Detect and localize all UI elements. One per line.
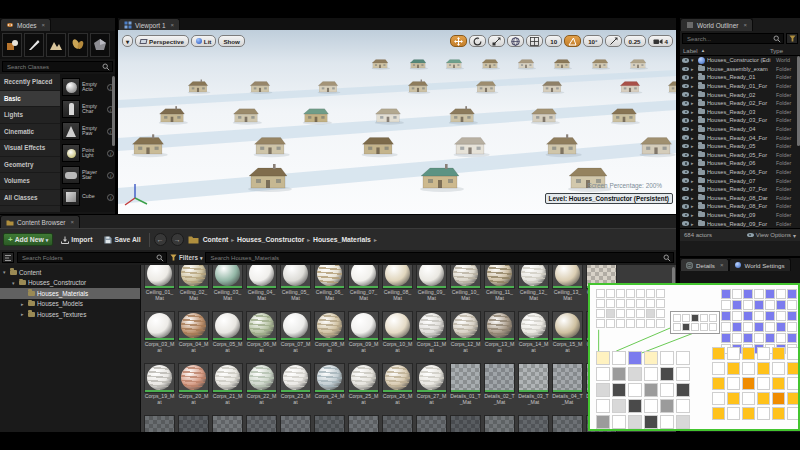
asset-tile-ceiling_06_mat[interactable]: Ceiling_06_Mat <box>314 265 345 301</box>
asset-tile[interactable] <box>348 415 379 432</box>
filters-button[interactable]: Filters ▾ <box>170 254 202 261</box>
category-basic[interactable]: Basic <box>0 91 60 108</box>
asset-tile-ceiling_08_mat[interactable]: Ceiling_08_Mat <box>382 265 413 301</box>
grid-snap-value-button[interactable]: 10 <box>545 35 562 47</box>
category-visual-effects[interactable]: Visual Effects <box>0 140 60 157</box>
expand-caret-icon[interactable]: ▸ <box>21 311 26 317</box>
visibility-eye-icon[interactable] <box>682 84 689 89</box>
house-mesh[interactable] <box>362 138 398 158</box>
visibility-eye-icon[interactable] <box>682 178 689 183</box>
modes-items-scrollbar[interactable] <box>112 76 115 146</box>
camera-speed-button[interactable]: 4 <box>648 35 673 47</box>
breadcrumb-houses_constructor[interactable]: Houses_Constructor <box>237 236 304 243</box>
tab-details[interactable]: Details × <box>680 258 729 271</box>
expand-caret-icon[interactable]: ▸ <box>691 186 696 192</box>
visibility-eye-icon[interactable] <box>682 110 689 115</box>
scale-snap-value-button[interactable]: 0.25 <box>624 35 646 47</box>
house-mesh[interactable] <box>372 60 390 70</box>
place-item-empty-acto[interactable]: Empty Actoi <box>62 76 114 98</box>
tab-world-settings[interactable]: World Settings <box>729 258 790 271</box>
visibility-eye-icon[interactable] <box>682 75 689 80</box>
visibility-eye-icon[interactable] <box>682 204 689 209</box>
info-icon[interactable]: i <box>107 150 114 157</box>
outliner-row[interactable]: ▸Houses_Ready_04_ForFolder <box>680 133 800 142</box>
asset-tile-corps_19_mat[interactable]: Corps_19_Mat <box>144 363 175 405</box>
sources-panel-toggle[interactable] <box>2 252 14 263</box>
category-recently-placed[interactable]: Recently Placed <box>0 74 60 91</box>
expand-caret-icon[interactable]: ▸ <box>691 117 696 123</box>
tab-world-outliner[interactable]: World Outliner × <box>680 18 753 31</box>
tree-item-content[interactable]: ▾Content <box>0 267 140 278</box>
search-assets-input[interactable] <box>208 254 663 262</box>
expand-caret-icon[interactable]: ▸ <box>691 221 696 227</box>
house-mesh[interactable] <box>546 134 582 157</box>
asset-tile-ceiling_11_mat[interactable]: Ceiling_11_Mat <box>484 265 515 301</box>
details-tab-close-icon[interactable]: × <box>720 262 724 268</box>
paint-mode-button[interactable] <box>24 33 44 57</box>
save-all-button[interactable]: Save All <box>100 234 144 246</box>
asset-tile-details_02_t_mat[interactable]: Details_02_T_Mat <box>484 363 515 405</box>
geometry-mode-button[interactable] <box>90 33 110 57</box>
asset-tile-details_04_t_mat[interactable]: Details_04_T_Mat <box>552 363 583 405</box>
tree-item-houses_constructor[interactable]: ▾Houses_Constructor <box>0 278 140 289</box>
expand-caret-icon[interactable]: ▸ <box>691 212 696 218</box>
asset-tile-corps_04_mat[interactable]: Corps_04_Mat <box>178 311 209 353</box>
expand-caret-icon[interactable]: ▸ <box>691 74 696 80</box>
landscape-mode-button[interactable] <box>46 33 66 57</box>
category-cinematic[interactable]: Cinematic <box>0 124 60 141</box>
house-mesh[interactable] <box>518 60 536 70</box>
outliner-row[interactable]: ▸Houses_Ready_01_ForFolder <box>680 82 800 91</box>
visibility-eye-icon[interactable] <box>682 196 689 201</box>
asset-tile[interactable] <box>484 415 515 432</box>
info-icon[interactable]: i <box>107 194 114 201</box>
house-mesh[interactable] <box>375 109 404 125</box>
asset-tile-ceiling_02_mat[interactable]: Ceiling_02_Mat <box>178 265 209 301</box>
house-mesh[interactable] <box>446 60 464 70</box>
place-item-point-light[interactable]: Point Lighti <box>62 142 114 164</box>
view-options-button[interactable]: View Options ▾ <box>747 232 796 239</box>
asset-tile[interactable] <box>144 415 175 432</box>
place-mode-button[interactable] <box>2 33 22 57</box>
asset-tile-corps_05_mat[interactable]: Corps_05_Mat <box>212 311 243 353</box>
house-mesh[interactable] <box>554 60 572 70</box>
asset-tile-corps_14_mat[interactable]: Corps_14_Mat <box>518 311 549 353</box>
outliner-column-header[interactable]: Label ▲ Type <box>680 46 800 56</box>
asset-tile-corps_20_mat[interactable]: Corps_20_Mat <box>178 363 209 405</box>
add-new-button[interactable]: + Add New ▾ <box>3 233 53 246</box>
asset-tile-ceiling_09_mat[interactable]: Ceiling_09_Mat <box>416 265 447 301</box>
expand-caret-icon[interactable]: ▸ <box>691 66 696 72</box>
expand-caret-icon[interactable]: ▸ <box>691 100 696 106</box>
outliner-row[interactable]: ▸Houses_Ready_03_ForFolder <box>680 116 800 125</box>
house-mesh[interactable] <box>188 80 211 95</box>
rotate-tool-button[interactable] <box>469 35 486 47</box>
viewport-scene[interactable]: ▾ Perspective Lit Show 10 10° 0.25 4 Scr… <box>118 30 676 214</box>
perspective-button[interactable]: Perspective <box>135 35 189 47</box>
asset-tile-corps_22_mat[interactable]: Corps_22_Mat <box>246 363 277 405</box>
viewport-options-button[interactable]: ▾ <box>122 35 133 47</box>
back-button[interactable]: ← <box>154 233 167 246</box>
expand-caret-icon[interactable]: ▾ <box>3 269 8 275</box>
expand-caret-icon[interactable]: ▸ <box>691 195 696 201</box>
show-button[interactable]: Show <box>218 35 245 47</box>
forward-button[interactable]: → <box>171 233 184 246</box>
expand-caret-icon[interactable]: ▸ <box>691 109 696 115</box>
asset-tile[interactable] <box>178 415 209 432</box>
house-mesh[interactable] <box>620 82 643 94</box>
tab-modes[interactable]: Modes × <box>0 18 51 31</box>
house-mesh[interactable] <box>254 138 290 158</box>
visibility-eye-icon[interactable] <box>682 221 689 226</box>
outliner-filter-button[interactable] <box>786 33 798 44</box>
place-item-empty-char[interactable]: Empty Chari <box>62 98 114 120</box>
expand-caret-icon[interactable]: ▸ <box>21 301 26 307</box>
place-item-empty-paw[interactable]: Empty Pawi <box>62 120 114 142</box>
asset-tile-corps_08_mat[interactable]: Corps_08_Mat <box>314 311 345 353</box>
asset-tile-ceiling_10_mat[interactable]: Ceiling_10_Mat <box>450 265 481 301</box>
asset-tile-corps_12_mat[interactable]: Corps_12_Mat <box>450 311 481 353</box>
asset-tile[interactable] <box>450 415 481 432</box>
expand-caret-icon[interactable]: ▸ <box>691 203 696 209</box>
outliner-row[interactable]: ▸Houses_Ready_03Folder <box>680 108 800 117</box>
house-mesh[interactable] <box>159 106 188 124</box>
asset-tile-ceiling_13_mat[interactable]: Ceiling_13_Mat <box>552 265 583 301</box>
asset-tile-details_01_t_mat[interactable]: Details_01_T_Mat <box>450 363 481 405</box>
expand-caret-icon[interactable]: ▸ <box>691 178 696 184</box>
